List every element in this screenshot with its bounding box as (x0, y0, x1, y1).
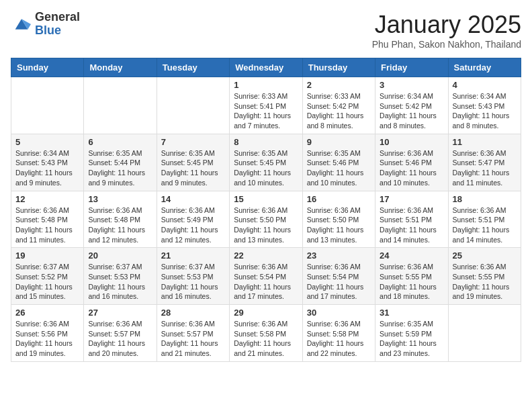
day-number: 1 (234, 80, 298, 90)
day-info: Sunrise: 6:36 AM Sunset: 5:51 PM Dayligh… (453, 205, 517, 245)
day-number: 6 (88, 137, 152, 147)
calendar-cell: 26Sunrise: 6:36 AM Sunset: 5:56 PM Dayli… (11, 305, 84, 362)
calendar-cell: 27Sunrise: 6:36 AM Sunset: 5:57 PM Dayli… (84, 305, 157, 362)
calendar-cell: 14Sunrise: 6:36 AM Sunset: 5:49 PM Dayli… (157, 191, 229, 248)
calendar-cell (84, 77, 157, 134)
calendar-cell: 20Sunrise: 6:37 AM Sunset: 5:53 PM Dayli… (84, 248, 157, 305)
calendar-cell: 6Sunrise: 6:35 AM Sunset: 5:44 PM Daylig… (84, 134, 157, 191)
calendar-cell: 31Sunrise: 6:35 AM Sunset: 5:59 PM Dayli… (375, 305, 448, 362)
calendar-week-row: 1Sunrise: 6:33 AM Sunset: 5:41 PM Daylig… (11, 77, 521, 134)
calendar-cell: 13Sunrise: 6:36 AM Sunset: 5:48 PM Dayli… (84, 191, 157, 248)
calendar-cell: 2Sunrise: 6:33 AM Sunset: 5:42 PM Daylig… (302, 77, 375, 134)
day-number: 20 (88, 250, 152, 261)
day-number: 11 (453, 137, 517, 147)
day-number: 24 (380, 250, 443, 261)
calendar-cell: 21Sunrise: 6:37 AM Sunset: 5:53 PM Dayli… (157, 248, 229, 305)
day-number: 7 (161, 137, 225, 147)
day-info: Sunrise: 6:36 AM Sunset: 5:58 PM Dayligh… (234, 319, 298, 359)
weekday-header-friday: Friday (375, 58, 448, 77)
logo-blue: Blue (35, 24, 80, 38)
calendar-cell: 5Sunrise: 6:34 AM Sunset: 5:43 PM Daylig… (11, 134, 84, 191)
day-number: 12 (15, 194, 79, 204)
weekday-header-row: SundayMondayTuesdayWednesdayThursdayFrid… (11, 58, 521, 77)
calendar-cell: 10Sunrise: 6:36 AM Sunset: 5:46 PM Dayli… (375, 134, 448, 191)
calendar-cell: 7Sunrise: 6:35 AM Sunset: 5:45 PM Daylig… (157, 134, 229, 191)
calendar-cell: 17Sunrise: 6:36 AM Sunset: 5:51 PM Dayli… (375, 191, 448, 248)
day-info: Sunrise: 6:35 AM Sunset: 5:45 PM Dayligh… (161, 148, 225, 188)
logo-text: General Blue (35, 11, 80, 38)
day-info: Sunrise: 6:36 AM Sunset: 5:48 PM Dayligh… (15, 205, 79, 245)
calendar-cell: 16Sunrise: 6:36 AM Sunset: 5:50 PM Dayli… (302, 191, 375, 248)
day-number: 4 (453, 80, 517, 90)
logo-general: General (35, 11, 80, 24)
day-number: 8 (234, 137, 298, 147)
calendar-week-row: 26Sunrise: 6:36 AM Sunset: 5:56 PM Dayli… (11, 305, 521, 362)
weekday-header-monday: Monday (84, 58, 157, 77)
day-number: 19 (15, 250, 79, 261)
weekday-header-wednesday: Wednesday (230, 58, 302, 77)
day-info: Sunrise: 6:34 AM Sunset: 5:42 PM Dayligh… (380, 91, 443, 131)
day-info: Sunrise: 6:37 AM Sunset: 5:53 PM Dayligh… (88, 262, 152, 302)
calendar-cell: 29Sunrise: 6:36 AM Sunset: 5:58 PM Dayli… (230, 305, 302, 362)
day-number: 16 (307, 194, 371, 204)
day-info: Sunrise: 6:36 AM Sunset: 5:47 PM Dayligh… (453, 148, 517, 188)
calendar-week-row: 19Sunrise: 6:37 AM Sunset: 5:52 PM Dayli… (11, 248, 521, 305)
day-number: 28 (161, 308, 225, 318)
calendar-cell: 15Sunrise: 6:36 AM Sunset: 5:50 PM Dayli… (230, 191, 302, 248)
day-number: 26 (15, 308, 79, 318)
day-number: 23 (307, 250, 371, 261)
day-info: Sunrise: 6:34 AM Sunset: 5:43 PM Dayligh… (15, 148, 79, 188)
logo-icon (11, 15, 32, 34)
day-number: 13 (88, 194, 152, 204)
calendar-cell: 24Sunrise: 6:36 AM Sunset: 5:55 PM Dayli… (375, 248, 448, 305)
day-info: Sunrise: 6:36 AM Sunset: 5:57 PM Dayligh… (161, 319, 225, 359)
day-info: Sunrise: 6:36 AM Sunset: 5:54 PM Dayligh… (307, 262, 371, 302)
calendar-cell: 18Sunrise: 6:36 AM Sunset: 5:51 PM Dayli… (448, 191, 521, 248)
month-title: January 2025 (372, 11, 521, 39)
day-info: Sunrise: 6:36 AM Sunset: 5:55 PM Dayligh… (453, 262, 517, 302)
weekday-header-saturday: Saturday (448, 58, 521, 77)
day-info: Sunrise: 6:35 AM Sunset: 5:59 PM Dayligh… (380, 319, 443, 359)
day-info: Sunrise: 6:36 AM Sunset: 5:49 PM Dayligh… (161, 205, 225, 245)
day-info: Sunrise: 6:33 AM Sunset: 5:41 PM Dayligh… (234, 91, 298, 131)
day-info: Sunrise: 6:36 AM Sunset: 5:48 PM Dayligh… (88, 205, 152, 245)
day-number: 31 (380, 308, 443, 318)
day-info: Sunrise: 6:37 AM Sunset: 5:52 PM Dayligh… (15, 262, 79, 302)
weekday-header-tuesday: Tuesday (157, 58, 229, 77)
day-info: Sunrise: 6:36 AM Sunset: 5:50 PM Dayligh… (307, 205, 371, 245)
page-header: General Blue January 2025 Phu Phan, Sako… (11, 11, 521, 50)
calendar-cell: 9Sunrise: 6:35 AM Sunset: 5:46 PM Daylig… (302, 134, 375, 191)
calendar-cell: 25Sunrise: 6:36 AM Sunset: 5:55 PM Dayli… (448, 248, 521, 305)
day-number: 22 (234, 250, 298, 261)
day-info: Sunrise: 6:36 AM Sunset: 5:56 PM Dayligh… (15, 319, 79, 359)
calendar-cell: 30Sunrise: 6:36 AM Sunset: 5:58 PM Dayli… (302, 305, 375, 362)
day-number: 17 (380, 194, 443, 204)
calendar-cell: 22Sunrise: 6:36 AM Sunset: 5:54 PM Dayli… (230, 248, 302, 305)
calendar-cell: 12Sunrise: 6:36 AM Sunset: 5:48 PM Dayli… (11, 191, 84, 248)
calendar-cell: 4Sunrise: 6:34 AM Sunset: 5:43 PM Daylig… (448, 77, 521, 134)
logo: General Blue (11, 11, 80, 38)
day-number: 18 (453, 194, 517, 204)
day-number: 5 (15, 137, 79, 147)
day-info: Sunrise: 6:36 AM Sunset: 5:57 PM Dayligh… (88, 319, 152, 359)
day-number: 21 (161, 250, 225, 261)
calendar-cell: 19Sunrise: 6:37 AM Sunset: 5:52 PM Dayli… (11, 248, 84, 305)
location: Phu Phan, Sakon Nakhon, Thailand (372, 39, 521, 50)
day-number: 14 (161, 194, 225, 204)
title-block: January 2025 Phu Phan, Sakon Nakhon, Tha… (372, 11, 521, 50)
calendar-week-row: 5Sunrise: 6:34 AM Sunset: 5:43 PM Daylig… (11, 134, 521, 191)
calendar-cell (157, 77, 229, 134)
day-info: Sunrise: 6:36 AM Sunset: 5:46 PM Dayligh… (380, 148, 443, 188)
day-number: 10 (380, 137, 443, 147)
day-number: 30 (307, 308, 371, 318)
day-info: Sunrise: 6:36 AM Sunset: 5:50 PM Dayligh… (234, 205, 298, 245)
day-info: Sunrise: 6:33 AM Sunset: 5:42 PM Dayligh… (307, 91, 371, 131)
calendar-cell: 11Sunrise: 6:36 AM Sunset: 5:47 PM Dayli… (448, 134, 521, 191)
day-number: 25 (453, 250, 517, 261)
day-number: 27 (88, 308, 152, 318)
calendar-cell: 28Sunrise: 6:36 AM Sunset: 5:57 PM Dayli… (157, 305, 229, 362)
calendar-week-row: 12Sunrise: 6:36 AM Sunset: 5:48 PM Dayli… (11, 191, 521, 248)
day-info: Sunrise: 6:36 AM Sunset: 5:51 PM Dayligh… (380, 205, 443, 245)
calendar-cell (448, 305, 521, 362)
day-number: 29 (234, 308, 298, 318)
